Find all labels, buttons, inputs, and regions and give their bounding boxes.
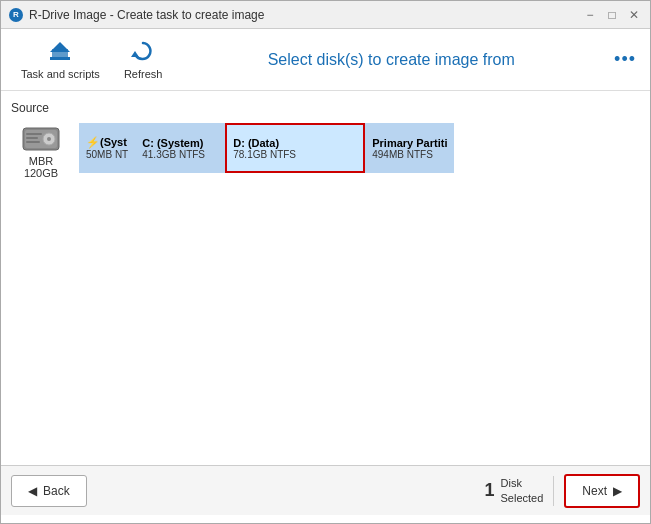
disk-selected-info: 1 Disk Selected	[484, 476, 543, 505]
app-icon: R	[9, 8, 23, 22]
minimize-button[interactable]: −	[582, 7, 598, 23]
disk-selected-text: Disk Selected	[501, 476, 544, 505]
back-button[interactable]: ◀ Back	[11, 475, 87, 507]
svg-marker-3	[131, 51, 139, 57]
disk-icon-area: MBR 120GB	[11, 123, 71, 179]
maximize-button[interactable]: □	[604, 7, 620, 23]
partition-c-system[interactable]: C: (System) 41.3GB NTFS	[135, 123, 225, 173]
disk-area: MBR 120GB ⚡(Syst 50MB NT C: (System) 41.…	[11, 123, 640, 179]
refresh-label: Refresh	[124, 68, 163, 80]
next-label: Next	[582, 484, 607, 498]
back-label: Back	[43, 484, 70, 498]
partition-system-info: 50MB NT	[86, 149, 128, 160]
page-title: Select disk(s) to create image from	[176, 51, 606, 69]
next-arrow-icon: ▶	[613, 484, 622, 498]
more-options-icon[interactable]: •••	[610, 45, 640, 74]
partition-primary-info: 494MB NTFS	[372, 149, 447, 160]
right-bottom: 1 Disk Selected Next ▶	[484, 474, 640, 508]
disk-type-label: MBR 120GB	[24, 155, 58, 179]
toolbar: Task and scripts Refresh Select disk(s) …	[1, 29, 650, 91]
svg-rect-8	[26, 133, 42, 135]
partition-d-info: 78.1GB NTFS	[233, 149, 357, 160]
disk-icon	[21, 123, 61, 153]
partition-d-name: D: (Data)	[233, 137, 357, 149]
svg-rect-10	[26, 141, 40, 143]
partition-c-info: 41.3GB NTFS	[142, 149, 218, 160]
partition-primary-name: Primary Partiti	[372, 137, 447, 149]
disk-count: 1	[484, 480, 494, 501]
svg-marker-2	[50, 42, 70, 52]
source-label: Source	[11, 101, 640, 115]
window-controls: − □ ✕	[582, 7, 642, 23]
task-scripts-button[interactable]: Task and scripts	[11, 35, 110, 84]
partition-system[interactable]: ⚡(Syst 50MB NT	[79, 123, 135, 173]
task-scripts-label: Task and scripts	[21, 68, 100, 80]
title-bar: R R-Drive Image - Create task to create …	[1, 1, 650, 29]
close-button[interactable]: ✕	[626, 7, 642, 23]
partition-system-name: ⚡(Syst	[86, 136, 128, 149]
refresh-button[interactable]: Refresh	[114, 35, 173, 84]
partition-d-data[interactable]: D: (Data) 78.1GB NTFS	[225, 123, 365, 173]
partition-primary[interactable]: Primary Partiti 494MB NTFS	[365, 123, 454, 173]
title-bar-left: R R-Drive Image - Create task to create …	[9, 8, 264, 22]
back-arrow-icon: ◀	[28, 484, 37, 498]
svg-point-7	[47, 137, 51, 141]
bottom-bar: ◀ Back 1 Disk Selected Next ▶	[1, 465, 650, 515]
window-title: R-Drive Image - Create task to create im…	[29, 8, 264, 22]
main-content: Source MBR 120GB ⚡(Syst 50MB NT	[1, 91, 650, 465]
partitions-strip: ⚡(Syst 50MB NT C: (System) 41.3GB NTFS D…	[79, 123, 640, 173]
refresh-icon	[131, 39, 155, 66]
svg-rect-9	[26, 137, 38, 139]
next-button[interactable]: Next ▶	[564, 474, 640, 508]
partition-c-name: C: (System)	[142, 137, 218, 149]
separator	[553, 476, 554, 506]
home-icon	[48, 39, 72, 66]
